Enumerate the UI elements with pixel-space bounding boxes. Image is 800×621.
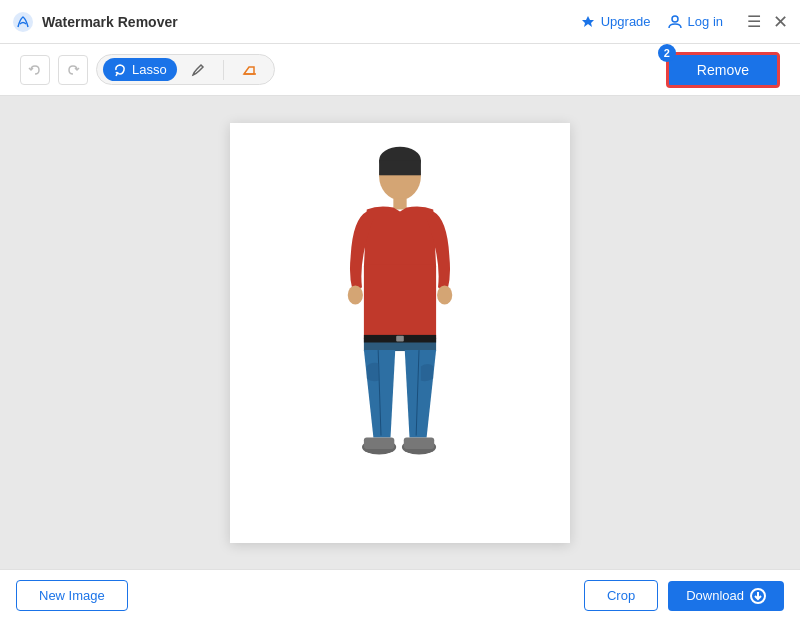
tool-group: Lasso [96, 54, 275, 85]
download-button[interactable]: Download [668, 581, 784, 611]
remove-button[interactable]: Remove [666, 52, 780, 88]
main-canvas [0, 96, 800, 569]
svg-marker-1 [582, 16, 594, 27]
svg-rect-6 [379, 160, 421, 175]
svg-rect-15 [364, 437, 394, 448]
bottom-right: Crop Download [584, 580, 784, 611]
svg-rect-7 [393, 198, 406, 209]
toolbar: Lasso 2 Remove [0, 44, 800, 96]
redo-button[interactable] [58, 55, 88, 85]
svg-rect-8 [364, 264, 436, 340]
new-image-button[interactable]: New Image [16, 580, 128, 611]
login-button[interactable]: Log in [667, 14, 723, 30]
brush-tool-button[interactable] [181, 59, 215, 81]
remove-button-wrapper: 2 Remove [666, 52, 780, 88]
image-canvas[interactable] [230, 123, 570, 543]
eraser-tool-button[interactable] [232, 59, 268, 81]
title-right: Upgrade Log in ☰ ✕ [580, 13, 788, 31]
menu-icon[interactable]: ☰ [747, 14, 761, 30]
bottom-bar: New Image Crop Download [0, 569, 800, 621]
toolbar-left: Lasso [20, 54, 275, 85]
crop-button[interactable]: Crop [584, 580, 658, 611]
svg-point-2 [672, 16, 678, 22]
app-icon [12, 11, 34, 33]
svg-point-10 [437, 285, 452, 304]
person-figure [290, 143, 510, 523]
title-bar: Watermark Remover Upgrade Log in ☰ ✕ [0, 0, 800, 44]
svg-point-9 [348, 285, 363, 304]
close-icon[interactable]: ✕ [773, 13, 788, 31]
upgrade-button[interactable]: Upgrade [580, 14, 651, 30]
app-title: Watermark Remover [42, 14, 178, 30]
svg-rect-19 [396, 335, 404, 341]
tool-divider [223, 60, 224, 80]
remove-badge: 2 [658, 44, 676, 62]
undo-button[interactable] [20, 55, 50, 85]
svg-rect-17 [404, 437, 434, 448]
title-left: Watermark Remover [12, 11, 178, 33]
lasso-tool-button[interactable]: Lasso [103, 58, 177, 81]
window-controls: ☰ ✕ [747, 13, 788, 31]
bottom-left: New Image [16, 580, 128, 611]
